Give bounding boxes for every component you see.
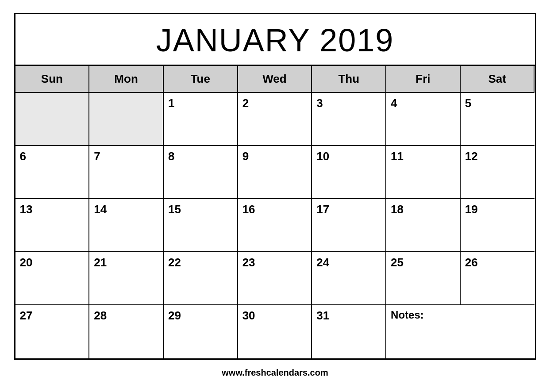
day-header-tue: Tue <box>164 66 238 93</box>
day-cell-13: 13 <box>15 199 90 252</box>
day-cell-19: 19 <box>461 199 535 252</box>
day-cell-27: 27 <box>15 305 90 358</box>
day-cell-2: 2 <box>238 93 312 146</box>
day-cell-7: 7 <box>89 146 164 199</box>
day-cell-10: 10 <box>312 146 386 199</box>
day-cell-empty-2 <box>89 93 164 146</box>
day-cell-23: 23 <box>238 252 312 305</box>
calendar-container: JANUARY 2019 Sun Mon Tue Wed Thu Fri Sat… <box>14 13 536 360</box>
day-header-sun: Sun <box>15 66 90 93</box>
calendar-header: JANUARY 2019 <box>15 14 535 66</box>
day-cell-25: 25 <box>386 252 461 305</box>
day-cell-12: 12 <box>461 146 535 199</box>
notes-cell: Notes: <box>386 305 535 358</box>
day-cell-26: 26 <box>461 252 535 305</box>
calendar-grid: Sun Mon Tue Wed Thu Fri Sat 1 2 3 4 5 6 … <box>15 66 535 358</box>
day-cell-4: 4 <box>386 93 461 146</box>
day-cell-24: 24 <box>312 252 386 305</box>
notes-label: Notes: <box>391 309 424 321</box>
calendar-title: JANUARY 2019 <box>20 22 531 58</box>
day-header-thu: Thu <box>312 66 386 93</box>
day-cell-14: 14 <box>89 199 164 252</box>
day-header-wed: Wed <box>238 66 312 93</box>
day-cell-6: 6 <box>15 146 90 199</box>
day-cell-empty-1 <box>15 93 90 146</box>
website-url: www.freshcalendars.com <box>222 368 328 377</box>
day-cell-29: 29 <box>164 305 238 358</box>
day-cell-9: 9 <box>238 146 312 199</box>
website-footer: www.freshcalendars.com <box>222 364 328 380</box>
day-cell-30: 30 <box>238 305 312 358</box>
day-cell-28: 28 <box>89 305 164 358</box>
day-cell-20: 20 <box>15 252 90 305</box>
day-cell-5: 5 <box>461 93 535 146</box>
day-cell-15: 15 <box>164 199 238 252</box>
day-cell-8: 8 <box>164 146 238 199</box>
day-cell-22: 22 <box>164 252 238 305</box>
day-cell-18: 18 <box>386 199 461 252</box>
day-cell-31: 31 <box>312 305 386 358</box>
day-cell-21: 21 <box>89 252 164 305</box>
day-header-mon: Mon <box>89 66 164 93</box>
day-header-fri: Fri <box>386 66 461 93</box>
day-cell-16: 16 <box>238 199 312 252</box>
day-cell-3: 3 <box>312 93 386 146</box>
day-cell-17: 17 <box>312 199 386 252</box>
day-cell-11: 11 <box>386 146 461 199</box>
day-header-sat: Sat <box>461 66 535 93</box>
day-cell-1: 1 <box>164 93 238 146</box>
